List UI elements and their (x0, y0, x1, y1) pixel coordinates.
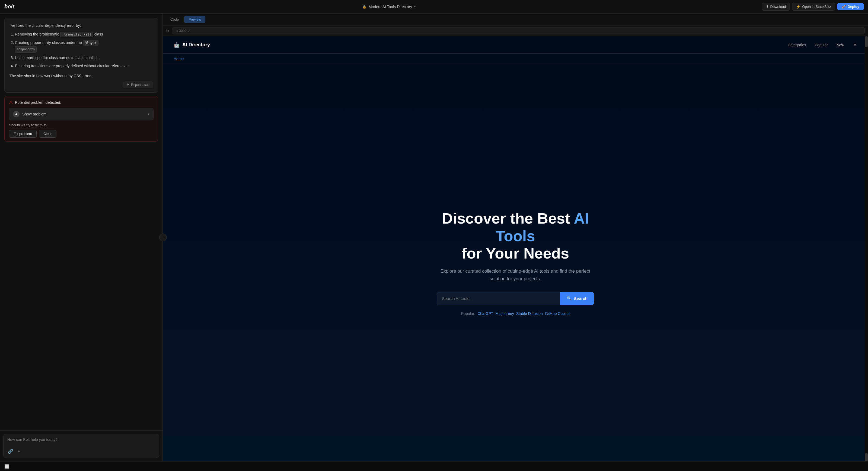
hero-subtitle: Explore our curated collection of cuttin… (437, 267, 594, 282)
app-logo: bolt (4, 3, 14, 10)
port-icon: ⊙ 3000 (176, 29, 186, 33)
list-item: Using more specific class names to avoid… (15, 55, 153, 61)
message-footer: ⚑ Report Issue (9, 81, 153, 88)
warning-icon: ⚠ (9, 100, 13, 105)
preview-iframe-area: 🤖 AI Directory Categories Popular New ☀ … (163, 36, 868, 461)
popular-label: Popular: (461, 311, 475, 316)
refresh-button[interactable]: ↻ (166, 29, 169, 33)
hero-section: Discover the Best AI Tools for Your Need… (163, 64, 868, 461)
show-problem-label: Show problem (22, 112, 145, 116)
problem-header: ⚠ Potential problem detected. (9, 100, 154, 105)
chat-input-box: 🔗 ✦ (3, 434, 159, 458)
nav-link-popular[interactable]: Popular (815, 43, 828, 47)
deploy-icon: 🚀 (842, 5, 846, 9)
breadcrumb-home[interactable]: Home (174, 57, 184, 61)
list-item: Removing the problematic .transition-all… (15, 31, 153, 37)
popular-tag-chatgpt[interactable]: ChatGPT (477, 311, 493, 316)
preview-address-bar: ↻ ⊙ 3000 (163, 26, 868, 36)
stackblitz-button[interactable]: ⚡ Open in StackBlitz (792, 3, 835, 10)
scrollbar-thumb-bottom (865, 453, 868, 461)
clear-button[interactable]: Clear (39, 130, 56, 138)
bottom-bar: ⬜ (0, 461, 868, 471)
preview-panel: Code Preview ↻ ⊙ 3000 🤖 AI Directory (163, 13, 868, 461)
chat-input[interactable] (7, 437, 155, 446)
project-lock-icon: 🔒 (362, 5, 367, 9)
popular-tag-github-copilot[interactable]: GitHub Copilot (545, 311, 569, 316)
scrollbar-thumb-top (865, 36, 868, 47)
problem-accordion[interactable]: 4 Show problem ▾ (9, 108, 154, 120)
message-outro: The site should now work without any CSS… (9, 73, 153, 79)
code-layer: @layer (83, 40, 98, 45)
collapse-panel-button[interactable]: ‹ (159, 234, 167, 241)
layout-toggle-button[interactable]: ⬜ (3, 463, 10, 470)
chat-messages: I've fixed the circular dependency error… (0, 13, 162, 430)
problem-actions: Fix problem Clear (9, 130, 154, 138)
chat-input-actions: 🔗 ✦ (7, 448, 155, 455)
download-button[interactable]: ⬇ Download (762, 3, 790, 10)
project-title: Modern AI Tools Directory (369, 5, 412, 9)
sparkle-button[interactable]: ✦ (17, 448, 21, 455)
code-components: components (15, 46, 37, 53)
top-bar: bolt 🔒 Modern AI Tools Directory ▾ ⬇ Dow… (0, 0, 868, 13)
tab-preview[interactable]: Preview (184, 16, 205, 23)
ai-message: I've fixed the circular dependency error… (4, 18, 158, 93)
top-bar-actions: ⬇ Download ⚡ Open in StackBlitz 🚀 Deploy (762, 3, 864, 10)
attach-button[interactable]: 🔗 (7, 448, 14, 455)
problem-question: Should we try to fix this? (9, 123, 154, 127)
message-intro: I've fixed the circular dependency error… (9, 23, 153, 29)
site-nav: 🤖 AI Directory Categories Popular New ☀ (163, 36, 868, 54)
address-input-wrapper: ⊙ 3000 (172, 27, 865, 34)
nav-link-categories[interactable]: Categories (788, 43, 806, 47)
list-item: Ensuring transitions are properly define… (15, 63, 153, 69)
theme-toggle-icon[interactable]: ☀ (853, 42, 857, 48)
stackblitz-icon: ⚡ (796, 5, 801, 9)
search-button[interactable]: 🔍 Search (560, 292, 594, 305)
site-nav-links: Categories Popular New ☀ (788, 42, 857, 48)
title-chevron-icon[interactable]: ▾ (414, 5, 415, 8)
code-transition-all: .transition-all (60, 32, 93, 37)
flag-icon: ⚑ (127, 83, 130, 87)
message-list: Removing the problematic .transition-all… (9, 31, 153, 69)
search-icon: 🔍 (567, 296, 572, 301)
site-logo-text: AI Directory (182, 42, 210, 48)
breadcrumb-bar: Home (163, 54, 868, 64)
tab-code[interactable]: Code (166, 16, 183, 23)
popular-tag-stable-diffusion[interactable]: Stable Diffusion (516, 311, 543, 316)
list-item: Creating proper utility classes under th… (15, 40, 153, 53)
search-bar: 🔍 Search (437, 292, 594, 305)
fix-problem-button[interactable]: Fix problem (9, 130, 37, 138)
site-logo: 🤖 AI Directory (174, 42, 210, 48)
chat-panel: I've fixed the circular dependency error… (0, 13, 163, 461)
address-input[interactable] (188, 29, 861, 33)
project-title-area: 🔒 Modern AI Tools Directory ▾ (20, 5, 758, 9)
preview-scrollbar[interactable] (865, 36, 868, 461)
search-input[interactable] (437, 292, 560, 305)
nav-link-new[interactable]: New (837, 43, 844, 47)
problem-box: ⚠ Potential problem detected. 4 Show pro… (4, 96, 158, 142)
download-icon: ⬇ (766, 5, 769, 9)
report-issue-button[interactable]: ⚑ Report Issue (123, 81, 153, 88)
chat-input-area: 🔗 ✦ (0, 430, 162, 461)
site-preview: 🤖 AI Directory Categories Popular New ☀ … (163, 36, 868, 461)
hero-title: Discover the Best AI Tools for Your Need… (421, 210, 610, 262)
site-logo-icon: 🤖 (174, 42, 180, 48)
problem-count-badge: 4 (13, 111, 20, 117)
preview-tabs: Code Preview (163, 13, 868, 26)
main-content: I've fixed the circular dependency error… (0, 13, 868, 461)
accordion-chevron-icon: ▾ (148, 112, 150, 116)
deploy-button[interactable]: 🚀 Deploy (837, 3, 864, 10)
popular-tag-midjourney[interactable]: Midjourney (496, 311, 514, 316)
popular-row: Popular: ChatGPT Midjourney Stable Diffu… (461, 311, 569, 316)
